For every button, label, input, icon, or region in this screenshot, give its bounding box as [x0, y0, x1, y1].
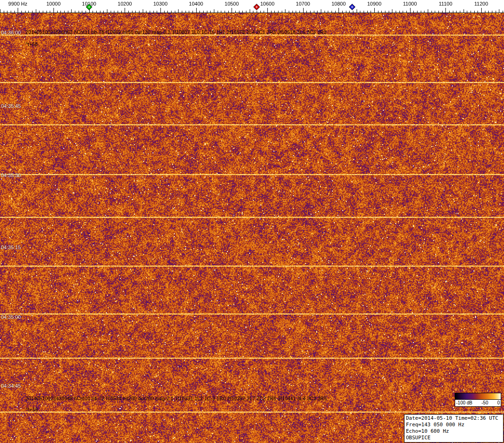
info-station-name: OBSUPICE: [406, 435, 502, 441]
spectrogram-window: 04:36:0004:35:4504:35:3004:35:1504:35:00…: [0, 0, 504, 443]
info-frequency: Freq=143 050 000 Hz: [406, 422, 502, 428]
frequency-ruler[interactable]: [0, 0, 504, 13]
colorbar-gradient: [455, 393, 501, 400]
colorbar-max-label: 0: [497, 400, 500, 406]
colorbar-min-label: -100 dB: [456, 400, 472, 406]
spectrogram-waterfall[interactable]: [0, 13, 504, 443]
colorbar-labels: -100 dB -50 0: [455, 400, 501, 407]
info-date-time: Date=2014-05-10 Time=02:36 UTC: [406, 415, 502, 422]
colorbar: -100 dB -50 0: [455, 393, 501, 407]
colorbar-mid-label: -50: [482, 400, 488, 406]
info-echo-frequency: Echo=10 600 Hz: [406, 428, 502, 435]
status-info-box: Date=2014-05-10 Time=02:36 UTC Freq=143 …: [404, 414, 504, 443]
